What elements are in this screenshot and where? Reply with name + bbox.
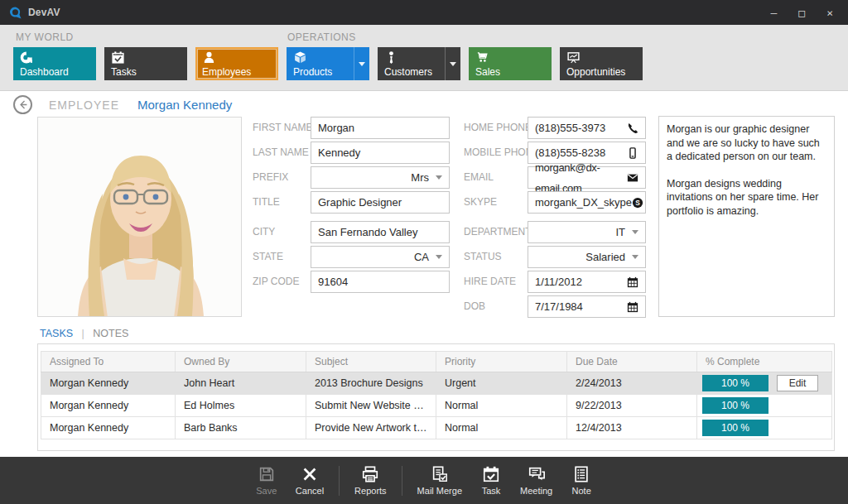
- cell-percent-complete: 100 % Edit: [697, 372, 832, 395]
- save-floppy-icon: [258, 465, 276, 483]
- chevron-down-icon: [450, 62, 456, 66]
- mail-merge-button[interactable]: Mail Merge: [417, 465, 462, 496]
- tile-products-label: Products: [293, 67, 353, 78]
- email-input[interactable]: morgank@dx-email.com: [528, 166, 646, 189]
- task-button[interactable]: Task: [477, 465, 505, 496]
- cell-assigned-to: Morgan Kennedy: [41, 417, 176, 439]
- col-percent-complete[interactable]: % Complete: [697, 352, 832, 372]
- edit-button[interactable]: Edit: [777, 375, 818, 391]
- meeting-label: Meeting: [520, 486, 552, 496]
- department-value: IT: [615, 222, 625, 242]
- devav-logo-icon: [8, 6, 22, 20]
- reports-label: Reports: [354, 486, 387, 496]
- status-label: STATUS: [464, 246, 502, 268]
- note-button[interactable]: Note: [567, 465, 595, 496]
- tile-dashboard[interactable]: Dashboard: [13, 47, 96, 80]
- detail-tabs: TASKS | NOTES: [40, 328, 128, 339]
- tile-tasks-label: Tasks: [111, 67, 187, 78]
- tile-tasks[interactable]: Tasks: [104, 47, 187, 80]
- tile-opportunities[interactable]: Opportunities: [560, 47, 643, 80]
- notes-paragraph: Morgan designs wedding invitations on he…: [667, 177, 826, 218]
- progress-badge: 100 %: [702, 397, 768, 414]
- cell-priority: Normal: [436, 417, 567, 439]
- cell-percent-complete: 100 %: [697, 395, 832, 417]
- city-input[interactable]: San Fernando Valley: [311, 221, 450, 243]
- col-priority[interactable]: Priority: [436, 352, 567, 372]
- ribbon: MY WORLD OPERATIONS Dashboard: [0, 25, 848, 91]
- zip-code-input[interactable]: 91604: [311, 271, 450, 293]
- toolbar-separator: [402, 466, 402, 496]
- department-label: DEPARTMENT: [464, 221, 532, 243]
- devav-app-window: DevAV – □ × MY WORLD OPERATIONS Dashboar…: [0, 0, 848, 504]
- cell-owned-by: John Heart: [176, 372, 306, 395]
- save-button[interactable]: Save: [253, 465, 281, 496]
- table-row[interactable]: Morgan Kennedy John Heart 2013 Brochure …: [41, 372, 832, 395]
- mail-merge-label: Mail Merge: [417, 486, 462, 496]
- cell-assigned-to: Morgan Kennedy: [41, 395, 176, 417]
- employee-notes-textarea[interactable]: Morgan is our graphic designer and we ar…: [658, 116, 835, 317]
- state-label: STATE: [253, 246, 283, 268]
- tab-notes[interactable]: NOTES: [93, 328, 128, 339]
- maximize-button[interactable]: □: [798, 7, 805, 18]
- tile-customers[interactable]: Customers: [378, 47, 460, 80]
- table-row[interactable]: Morgan Kennedy Barb Banks Provide New Ar…: [41, 417, 832, 439]
- dob-input[interactable]: 7/17/1984: [528, 295, 646, 318]
- tile-sales-label: Sales: [475, 67, 552, 78]
- svg-text:S: S: [635, 198, 640, 206]
- bottom-toolbar: Save Cancel Reports: [0, 457, 848, 504]
- cell-owned-by: Barb Banks: [176, 417, 306, 439]
- cell-percent-complete: 100 %: [697, 417, 832, 439]
- minimize-button[interactable]: –: [771, 7, 778, 18]
- sales-cart-icon: [475, 50, 489, 65]
- title-input[interactable]: Graphic Designer: [311, 191, 450, 214]
- table-header-row: Assigned To Owned By Subject Priority Du…: [41, 352, 832, 372]
- tile-sales[interactable]: Sales: [469, 47, 552, 80]
- home-phone-value: (818)555-3973: [535, 118, 605, 138]
- prefix-combobox[interactable]: Mrs: [311, 166, 450, 189]
- chevron-down-icon: [436, 255, 442, 259]
- tasks-grid-panel: Assigned To Owned By Subject Priority Du…: [37, 343, 835, 451]
- employee-header: EMPLOYEE Morgan Kennedy: [13, 95, 232, 114]
- back-button[interactable]: [13, 95, 32, 114]
- cancel-x-icon: [301, 465, 319, 483]
- cancel-button[interactable]: Cancel: [296, 465, 324, 496]
- skype-input[interactable]: morgank_DX_skype S: [528, 191, 646, 214]
- reports-button[interactable]: Reports: [354, 465, 387, 496]
- prefix-label: PREFIX: [253, 166, 288, 189]
- status-value: Salaried: [585, 247, 625, 267]
- customers-dropdown-button[interactable]: [445, 47, 460, 80]
- close-button[interactable]: ×: [826, 7, 833, 18]
- first-name-label: FIRST NAME: [253, 117, 312, 139]
- employees-person-icon: [202, 50, 216, 65]
- hire-date-input[interactable]: 1/11/2012: [528, 271, 646, 293]
- meeting-button[interactable]: Meeting: [520, 465, 552, 496]
- tab-tasks[interactable]: TASKS: [40, 328, 73, 339]
- cancel-label: Cancel: [296, 486, 324, 496]
- col-due-date[interactable]: Due Date: [567, 352, 697, 372]
- first-name-input[interactable]: Morgan: [311, 117, 450, 139]
- department-combobox[interactable]: IT: [528, 221, 646, 243]
- title-label: TITLE: [253, 191, 280, 214]
- table-row[interactable]: Morgan Kennedy Ed Holmes Submit New Webs…: [41, 395, 832, 417]
- last-name-input[interactable]: Kennedy: [311, 142, 450, 164]
- col-owned-by[interactable]: Owned By: [176, 352, 306, 372]
- calendar-icon: [627, 301, 638, 313]
- mobile-phone-icon: [627, 147, 638, 159]
- task-label: Task: [482, 486, 501, 496]
- chevron-down-icon: [436, 175, 442, 180]
- col-assigned-to[interactable]: Assigned To: [41, 352, 176, 372]
- tasks-table: Assigned To Owned By Subject Priority Du…: [41, 351, 832, 439]
- employee-name: Morgan Kennedy: [137, 98, 232, 112]
- col-subject[interactable]: Subject: [306, 352, 436, 372]
- tile-products[interactable]: Products: [287, 47, 369, 80]
- state-combobox[interactable]: CA: [311, 246, 450, 268]
- section-label: EMPLOYEE: [49, 98, 119, 112]
- ribbon-group-my-world: MY WORLD: [16, 31, 74, 43]
- home-phone-input[interactable]: (818)555-3973: [528, 117, 646, 139]
- tile-employees-selected[interactable]: Employees: [195, 47, 278, 80]
- tile-customers-label: Customers: [384, 67, 444, 78]
- products-dropdown-button[interactable]: [354, 47, 369, 80]
- task-calendar-icon: [482, 465, 500, 483]
- status-combobox[interactable]: Salaried: [528, 246, 646, 268]
- opportunities-presentation-icon: [566, 50, 581, 65]
